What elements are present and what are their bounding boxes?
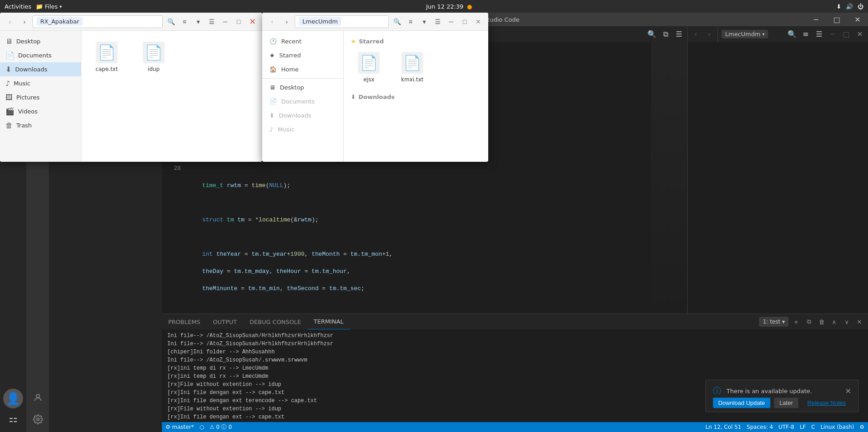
activity-settings[interactable] [27,409,48,430]
second-maximize-button[interactable]: □ [840,28,853,41]
fm-dropdown-home[interactable]: 🏠 Home [262,62,343,76]
fm-file-kmxi-icon: 📄 [401,52,423,74]
fm-sidebar-trash[interactable]: 🗑 Trash [0,118,81,132]
fm-right-maximize-button[interactable]: □ [458,15,471,28]
fm-dropdown-desktop[interactable]: 🖥 Desktop [262,80,343,94]
files-button[interactable]: 📁 Files ▾ [36,3,62,10]
main-search-button[interactable]: 🔍 [646,28,658,41]
file-manager-left: ‹ › RX_Apakabar 🔍 ≡ ▾ ☰ ─ □ ✕ 🖥 Desktop … [0,13,262,162]
fm-left-back-button[interactable]: ‹ [4,15,16,28]
terminal-close-button[interactable]: ✕ [854,317,864,327]
status-language[interactable]: C [811,424,815,430]
status-encoding[interactable]: UTF-8 [778,424,794,430]
fm-sidebar-documents[interactable]: 📄 Documents [0,48,81,62]
fm-left-minimize-button[interactable]: ─ [219,15,231,28]
fm-left-forward-button[interactable]: › [18,15,31,28]
desktop-icon-right: 🖥 [269,84,275,91]
main-tab-actions: 🔍 ⧉ ☰ [644,26,687,42]
fm-starred-files: 📄 ejsx 📄 kmxi.txt [351,48,481,86]
breadcrumb-lmec[interactable]: LmecUmdm ▾ [722,30,768,38]
second-minimize-button[interactable]: ─ [826,28,839,41]
fm-file-idup[interactable]: 📄 idup [136,38,172,76]
fm-sidebar-downloads[interactable]: ⬇ Downloads [0,62,81,76]
status-position[interactable]: Ln 12, Col 51 [705,424,741,430]
terminal-expand-button[interactable]: ∨ [842,317,852,327]
activities-button[interactable]: Activities [5,3,31,10]
download-update-button[interactable]: Download Update [713,398,770,408]
documents-icon-right: 📄 [269,98,277,105]
terminal-add-button[interactable]: + [791,317,801,327]
fm-sidebar-music[interactable]: ♪ Music [0,76,81,90]
vscode-minimize-button[interactable]: ─ [806,13,826,26]
fm-file-cape[interactable]: 📄 cape.txt [89,38,125,76]
vscode-restore-button[interactable]: □ [826,13,847,26]
second-forward-button[interactable]: › [703,28,716,41]
folder-icon: 📁 [36,3,43,10]
dock-icon-app-grid[interactable]: ⚏ [3,409,23,428]
power-icon[interactable]: ⏻ [858,3,863,10]
notification-dot: ● [467,3,472,10]
second-back-button[interactable]: ‹ [689,28,702,41]
terminal-tab-terminal[interactable]: TERMINAL [307,314,350,329]
terminal-split-button[interactable]: ⧉ [804,317,814,327]
fm-left-location-item[interactable]: RX_Apakabar [37,17,83,26]
status-settings-icon[interactable]: ⚙ [859,424,864,430]
terminal-name-dropdown[interactable]: 1: test ▾ [759,317,788,327]
volume-icon[interactable]: 🔊 [846,3,853,10]
terminal-trash-button[interactable]: 🗑 [816,317,826,327]
fm-dropdown-recent[interactable]: 🕐 Recent [262,34,343,48]
fm-file-ejsx-icon: 📄 [358,52,380,74]
fm-right-view-list-button[interactable]: ≡ [404,15,417,28]
fm-right-view-dropdown-button[interactable]: ▾ [418,15,430,28]
status-eol[interactable]: LF [800,424,806,430]
activity-avatar[interactable] [27,387,48,409]
second-close-button[interactable]: ✕ [854,28,866,41]
status-git[interactable]: ⚙ master* [165,424,194,430]
fm-sidebar-pictures[interactable]: 🖼 Pictures [0,90,81,104]
fm-right-forward-button[interactable]: › [280,15,293,28]
fm-left-view-dropdown-button[interactable]: ▾ [192,15,204,28]
fm-file-ejsx[interactable]: 📄 ejsx [351,48,387,86]
terminal-tab-output[interactable]: OUTPUT [207,314,243,329]
second-view-button[interactable]: ≡ [799,28,812,41]
fm-right-minimize-button[interactable]: ─ [445,15,458,28]
fm-left-menu-button[interactable]: ☰ [205,15,218,28]
second-overflow-button[interactable]: ☰ [813,28,826,41]
svg-point-11 [36,394,39,398]
main-overflow-button[interactable]: ☰ [673,28,685,41]
fm-sidebar-videos[interactable]: 🎬 Videos [0,104,81,118]
fm-section-downloads: ⬇ Downloads [351,94,481,104]
terminal-tab-problems[interactable]: PROBLEMS [162,314,207,329]
fm-dropdown-music[interactable]: ♪ Music [262,122,343,136]
fm-dropdown-downloads[interactable]: ⬇ Downloads [262,108,343,122]
fm-sidebar-desktop[interactable]: 🖥 Desktop [0,34,81,48]
status-spaces[interactable]: Spaces: 4 [747,424,773,430]
vscode-close-button[interactable]: ✕ [847,13,868,26]
fm-left-view-list-button[interactable]: ≡ [178,15,191,28]
status-platform[interactable]: Linux (bash) [821,424,854,430]
fm-left-header-actions: 🔍 ≡ ▾ ☰ ─ □ ✕ [165,15,259,28]
terminal-tab-debug[interactable]: DEBUG CONSOLE [243,314,307,329]
fm-right-menu-button[interactable]: ☰ [431,15,444,28]
fm-left-maximize-button[interactable]: □ [232,15,245,28]
later-button[interactable]: Later [774,398,798,408]
dock-bottom: 👤 ⚏ [3,389,23,428]
release-notes-button[interactable]: Release Notes [802,398,851,408]
main-split-button[interactable]: ⧉ [659,28,672,41]
fm-left-close-button[interactable]: ✕ [246,15,259,28]
terminal-collapse-button[interactable]: ∧ [829,317,839,327]
fm-right-back-button[interactable]: ‹ [266,15,278,28]
fm-right-close-button[interactable]: ✕ [472,15,485,28]
fm-dropdown-starred[interactable]: ★ Starred [262,48,343,62]
dock-icon-avatar[interactable]: 👤 [3,389,23,409]
status-sync[interactable]: ○ [199,424,204,430]
status-errors[interactable]: ⚠ 0 ⓘ 0 [209,423,231,431]
fm-left-search-button[interactable]: 🔍 [165,15,177,28]
fm-dropdown-documents[interactable]: 📄 Documents [262,94,343,108]
fm-right-location-item[interactable]: LmecUmdm [299,17,341,26]
fm-file-kmxi[interactable]: 📄 kmxi.txt [394,48,430,86]
terminal-name-label: 1: test [763,319,780,325]
fm-right-search-button[interactable]: 🔍 [391,15,403,28]
download-indicator[interactable]: ⬇ [836,3,841,10]
second-search-button[interactable]: 🔍 [786,28,798,41]
